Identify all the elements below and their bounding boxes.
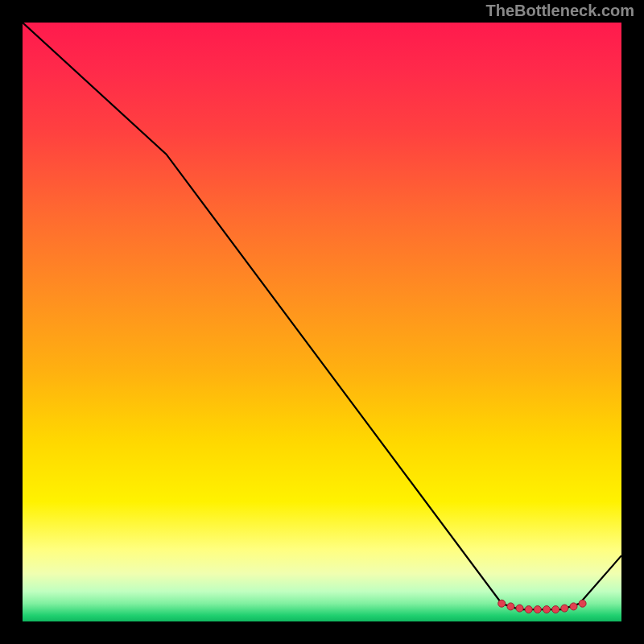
- chart-marker: [561, 605, 568, 612]
- watermark-text: TheBottleneck.com: [486, 2, 634, 20]
- chart-marker: [516, 605, 523, 612]
- chart-marker: [570, 603, 577, 610]
- chart-marker: [534, 606, 541, 613]
- chart-markers: [498, 600, 586, 613]
- chart-line: [23, 23, 621, 609]
- chart-marker: [525, 606, 532, 613]
- chart-marker: [579, 600, 586, 607]
- chart-marker: [507, 603, 514, 610]
- chart-marker: [498, 600, 506, 607]
- chart-marker: [552, 606, 559, 613]
- chart-plot-area: [23, 23, 621, 621]
- chart-svg: [23, 23, 621, 621]
- chart-marker: [543, 606, 551, 613]
